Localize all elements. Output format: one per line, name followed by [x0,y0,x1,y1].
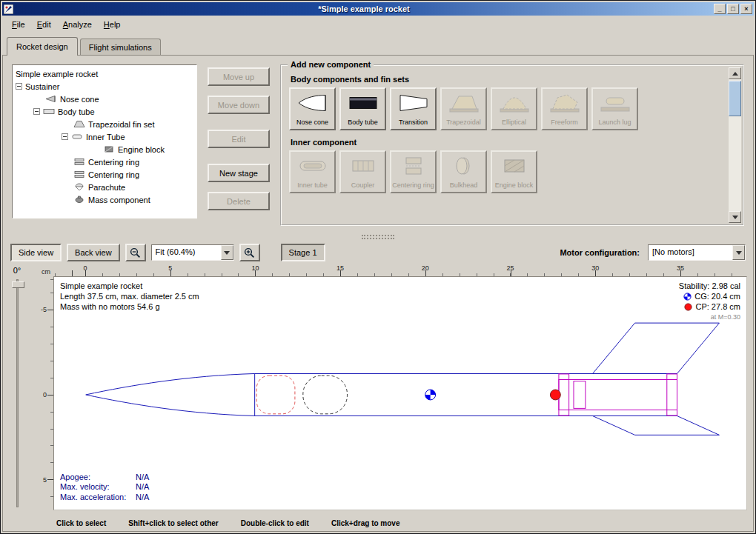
minimize-button[interactable]: _ [714,4,726,14]
rotation-slider[interactable] [16,279,19,507]
tree-item-parachute[interactable]: Parachute [13,181,196,193]
tree-item-label: Sustainer [25,82,59,91]
menu-edit[interactable]: Edit [32,18,56,31]
stage-1-toggle[interactable]: Stage 1 [281,244,325,261]
component-tree: Simple example rocket Sustainer Nose con… [12,64,197,218]
engine-block-icon [498,156,531,176]
motor-configuration-label: Motor configuration: [560,248,640,257]
back-view-button[interactable]: Back view [67,244,120,261]
tree-item-nose-cone[interactable]: Nose cone [13,93,196,105]
menu-analyze[interactable]: Analyze [58,18,97,31]
title-bar[interactable]: *Simple example rocket _ □ × [2,2,754,16]
inner-tube-shape[interactable] [559,380,677,410]
zoom-level-select[interactable]: Fit (60.4%) [151,244,234,261]
motor-configuration-select[interactable]: [No motors] [648,244,746,261]
collapse-handle-icon[interactable] [16,83,22,90]
mass-component-shape[interactable] [303,376,348,414]
zoom-in-button[interactable] [239,244,260,261]
side-view-button[interactable]: Side view [10,244,62,261]
ruler-tick-label: 20 [422,264,429,272]
add-inner-tube-button: Inner tube [289,150,336,193]
tree-item-body-tube[interactable]: Body tube [13,105,196,118]
fin-lower-shape[interactable] [593,416,720,435]
cg-icon [683,293,692,301]
collapse-handle-icon[interactable] [62,133,68,140]
parachute-shape[interactable] [256,376,295,414]
tree-item-inner-tube[interactable]: Inner Tube [13,130,196,143]
ruler-tick-label: 5 [168,264,172,272]
centering-ring-rear-shape[interactable] [667,374,677,415]
close-button[interactable]: × [740,4,752,14]
inner-components-row: Inner tube Coupler Centering ring Bulkhe… [289,150,725,193]
tree-item-engine-block[interactable]: Engine block [13,143,196,156]
trapezoidal-fin-icon [448,93,480,113]
panel-splitter[interactable] [3,233,753,241]
tree-item-centering-ring-1[interactable]: Centering ring [13,156,196,168]
apogee-value: N/A [136,473,149,483]
menu-help[interactable]: Help [99,18,126,31]
chevron-down-icon[interactable] [732,245,745,260]
ruler-tick-label: 35 [677,264,684,272]
ruler-tick-label: 25 [506,264,514,272]
tree-item-label: Simple example rocket [16,70,98,79]
maximize-button[interactable]: □ [727,4,739,14]
add-component-group: Add new component Body components and fi… [280,64,744,226]
menu-file[interactable]: File [7,18,30,31]
tree-item-label: Inner Tube [86,133,125,141]
centering-ring-icon [73,170,85,178]
scroll-down-icon[interactable] [729,211,741,223]
zoom-out-button[interactable] [125,244,146,261]
add-nose-cone-button[interactable]: Nose cone [289,87,336,130]
vertical-ruler: -5 0 5 [31,276,53,510]
edit-button: Edit [208,130,270,148]
ruler-tick-label: 15 [336,264,344,272]
tree-item-centering-ring-2[interactable]: Centering ring [13,168,196,181]
horizontal-ruler: 0 5 10 15 20 25 30 35 [53,264,747,276]
engine-block-shape[interactable] [574,381,586,409]
ruler-unit-label: cm [31,264,53,276]
tab-rocket-design[interactable]: Rocket design [7,37,78,56]
body-tube-icon [347,93,379,113]
rocket-canvas[interactable]: Simple example rocket Length 37.5 cm, ma… [53,276,747,510]
collapse-handle-icon[interactable] [33,108,40,115]
fin-upper-shape[interactable] [593,323,720,373]
zoom-in-icon [244,247,255,258]
ruler-tick-label: 5 [43,476,47,484]
bulkhead-icon [448,156,480,176]
rotation-angle-label: 0° [13,266,21,275]
tab-strip: Rocket design Flight simulations [2,33,754,55]
ruler-tick-label: 10 [251,264,259,272]
stability-value: Stability: 2.98 cal [679,281,740,291]
add-coupler-button: Coupler [339,150,386,193]
component-scrollbar[interactable] [729,67,741,223]
cg-value: CG: 20.4 cm [694,291,740,301]
window-icon[interactable] [4,4,13,14]
tree-item-mass-component[interactable]: Mass component [13,193,196,206]
tab-content: Simple example rocket Sustainer Nose con… [2,55,754,532]
parachute-icon [73,183,85,191]
tree-item-sustainer[interactable]: Sustainer [13,80,196,93]
body-tube-shape[interactable] [255,373,677,415]
tree-actions: Move up Move down Edit New stage Delete [202,56,276,233]
tree-item-fin-set[interactable]: Trapezoidal fin set [13,118,196,130]
add-trapezoidal-fin-button: Trapezoidal [440,87,487,130]
ruler-tick-label: -5 [41,306,47,313]
scroll-up-icon[interactable] [729,67,741,79]
motor-configuration-value: [No motors] [649,245,732,260]
ruler-tick-label: 30 [591,264,599,272]
rotation-slider-handle[interactable] [12,281,24,288]
scrollbar-thumb[interactable] [729,81,741,116]
elliptical-fin-icon [498,93,531,113]
freeform-fin-icon [548,93,581,113]
add-transition-button[interactable]: Transition [390,87,437,130]
nose-cone-shape[interactable] [86,373,255,415]
nose-cone-icon [45,95,57,103]
rocket-name: Simple example rocket [60,281,199,291]
tree-item-rocket[interactable]: Simple example rocket [13,67,196,80]
tab-flight-simulations[interactable]: Flight simulations [80,39,161,55]
new-stage-button[interactable]: New stage [208,164,270,182]
apogee-label: Apogee: [60,473,136,483]
chevron-down-icon[interactable] [221,245,233,260]
coupler-icon [347,156,379,176]
add-body-tube-button[interactable]: Body tube [339,87,386,130]
